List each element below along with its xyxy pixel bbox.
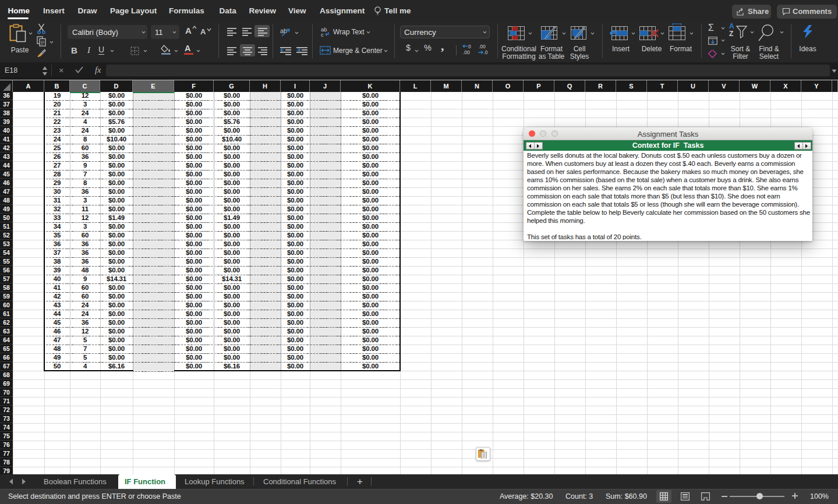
- svg-text:.00: .00: [463, 49, 470, 55]
- svg-text:.00: .00: [479, 44, 486, 49]
- svg-text:ab: ab: [280, 27, 287, 34]
- svg-text:c: c: [321, 31, 324, 38]
- svg-text:.0: .0: [484, 49, 488, 55]
